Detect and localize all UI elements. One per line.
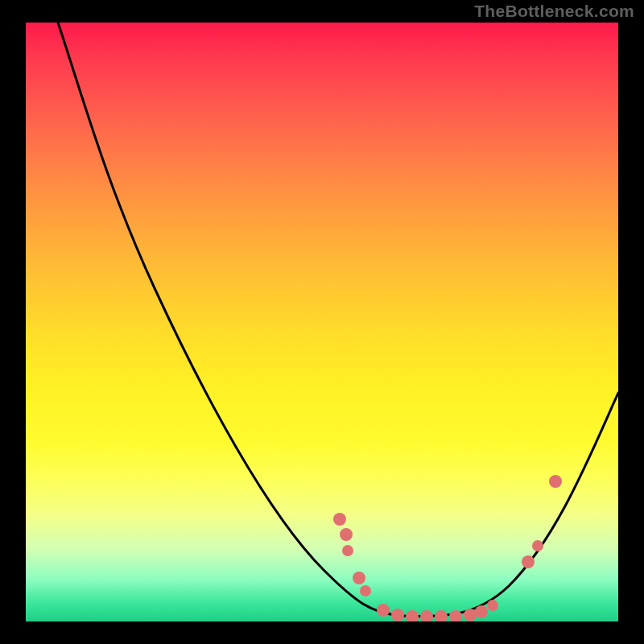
dot xyxy=(464,609,477,621)
dot xyxy=(549,475,562,488)
dot xyxy=(420,610,433,621)
dot xyxy=(487,600,498,611)
dot xyxy=(342,545,353,556)
dot xyxy=(475,605,488,618)
dot xyxy=(360,585,371,597)
dot xyxy=(435,610,448,621)
bottleneck-curve-svg xyxy=(26,23,618,621)
bottleneck-curve xyxy=(58,23,618,617)
watermark-text: TheBottleneck.com xyxy=(474,2,634,21)
dot xyxy=(377,604,390,617)
chart-frame: TheBottleneck.com xyxy=(0,0,644,644)
plot-area xyxy=(26,23,618,621)
data-dots xyxy=(333,475,562,621)
dot xyxy=(340,528,353,541)
dot xyxy=(333,513,346,526)
dot xyxy=(353,572,365,584)
dot xyxy=(391,609,404,621)
dot xyxy=(522,555,535,568)
dot xyxy=(406,610,419,621)
dot xyxy=(532,540,543,551)
